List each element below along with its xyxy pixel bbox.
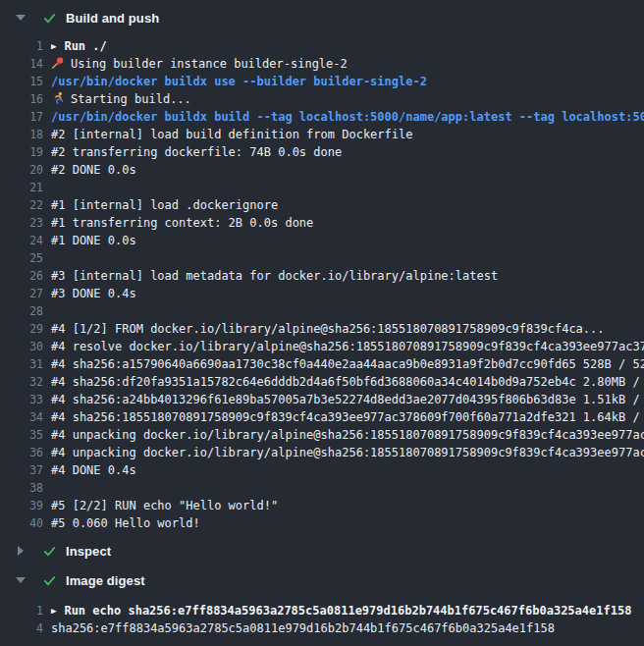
line-number[interactable]: 34 [0, 408, 43, 426]
log-line: 35#4 unpacking docker.io/library/alpine@… [0, 426, 644, 444]
chevron-right-icon [15, 546, 27, 556]
group-title: Inspect [66, 544, 111, 559]
log-line: 37#4 DONE 0.4s [0, 461, 644, 479]
log-line: 39#5 [2/2] RUN echo "Hello world!" [0, 497, 644, 514]
line-number[interactable]: 19 [0, 143, 43, 161]
line-number[interactable]: 1 [0, 602, 43, 619]
line-number[interactable]: 31 [0, 355, 43, 373]
check-icon [41, 572, 57, 588]
log-line: 15/usr/bin/docker buildx use --builder b… [0, 73, 644, 90]
log-line: 16Starting build... [0, 90, 644, 108]
group-title: Image digest [66, 573, 145, 588]
check-icon [41, 10, 57, 26]
log-line: 24#1 DONE 0.0s [0, 232, 644, 249]
log-line: 4sha256:e7ff8834a5963a2785c5a0811e979d16… [0, 619, 644, 637]
line-number[interactable]: 29 [0, 320, 43, 338]
line-number[interactable]: 26 [0, 267, 43, 285]
group-header-inspect[interactable]: Inspect [0, 539, 644, 563]
check-icon [41, 543, 57, 559]
log-text: #4 sha256:185518070891758909c9f839cf4ca3… [51, 408, 644, 426]
log-group-image-digest: Image digest 1▶Run echo sha256:e7ff8834a… [0, 568, 644, 646]
log-line: 14Using builder instance builder-single-… [0, 55, 644, 73]
line-number[interactable]: 20 [0, 161, 43, 179]
line-number[interactable]: 27 [0, 285, 43, 302]
run-caret-icon[interactable]: ▶ [51, 37, 56, 55]
line-number[interactable]: 32 [0, 373, 43, 391]
log-text: #5 0.060 Hello world! [51, 514, 200, 532]
log-line: 1▶Run ./ [0, 37, 644, 55]
log-line: 26#3 [internal] load metadata for docker… [0, 267, 644, 285]
log-text: #3 DONE 0.4s [51, 285, 136, 302]
line-number[interactable]: 15 [0, 73, 43, 90]
line-number[interactable]: 38 [0, 479, 43, 497]
log-text: #4 sha256:df20fa9351a15782c64e6dddb2d4a6… [51, 373, 644, 391]
log-text: ▶Run ./ [51, 37, 107, 55]
log-text: #4 unpacking docker.io/library/alpine@sh… [51, 426, 644, 444]
log-text: #5 [2/2] RUN echo "Hello world!" [51, 497, 278, 514]
log-text: #4 unpacking docker.io/library/alpine@sh… [51, 444, 644, 461]
line-number[interactable]: 30 [0, 338, 43, 355]
log-group-build-and-push: Build and push 1▶Run ./14Using builder i… [0, 6, 644, 539]
log-group-inspect: Inspect [0, 539, 644, 563]
log-text: #1 DONE 0.0s [51, 232, 136, 249]
log-line: 27#3 DONE 0.4s [0, 285, 644, 302]
chevron-down-icon [15, 577, 27, 583]
group-header-image-digest[interactable]: Image digest [0, 568, 644, 592]
line-number[interactable]: 16 [0, 90, 43, 108]
line-number[interactable]: 35 [0, 426, 43, 444]
line-number[interactable]: 18 [0, 126, 43, 143]
log-line: 19#2 transferring dockerfile: 74B 0.0s d… [0, 143, 644, 161]
line-number[interactable]: 25 [0, 249, 43, 267]
log-text: #2 transferring dockerfile: 74B 0.0s don… [51, 143, 342, 161]
line-number[interactable]: 33 [0, 391, 43, 408]
run-caret-icon[interactable]: ▶ [51, 602, 56, 619]
log-line: 38 [0, 479, 644, 497]
log-line: 29#4 [1/2] FROM docker.io/library/alpine… [0, 320, 644, 338]
log-line: 36#4 unpacking docker.io/library/alpine@… [0, 444, 644, 461]
log-line: 20#2 DONE 0.0s [0, 161, 644, 179]
log-line: 25 [0, 249, 644, 267]
workflow-log-viewer[interactable]: Build and push 1▶Run ./14Using builder i… [0, 0, 644, 646]
log-line: 23#1 transferring context: 2B 0.0s done [0, 214, 644, 232]
log-text: #1 transferring context: 2B 0.0s done [51, 214, 313, 232]
log-line: 22#1 [internal] load .dockerignore [0, 196, 644, 214]
log-text: /usr/bin/docker buildx use --builder bui… [51, 73, 427, 90]
log-text: #2 DONE 0.0s [51, 161, 136, 179]
line-number[interactable]: 23 [0, 214, 43, 232]
line-number[interactable]: 4 [0, 619, 43, 637]
log-rows: 1▶Run echo sha256:e7ff8834a5963a2785c5a0… [0, 592, 644, 646]
log-line: 31#4 sha256:a15790640a6690aa1730c38cf0a4… [0, 355, 644, 373]
log-text: Using builder instance builder-single-2 [51, 55, 348, 73]
line-number[interactable]: 39 [0, 497, 43, 514]
group-title: Build and push [66, 11, 159, 26]
log-line: 28 [0, 302, 644, 320]
log-text: #3 [internal] load metadata for docker.i… [51, 267, 498, 285]
log-line: 30#4 resolve docker.io/library/alpine@sh… [0, 338, 644, 355]
group-header-build-and-push[interactable]: Build and push [0, 6, 644, 29]
line-number[interactable]: 1 [0, 37, 43, 55]
line-number[interactable]: 28 [0, 302, 43, 320]
line-number[interactable]: 14 [0, 55, 43, 73]
runner-icon [51, 92, 71, 106]
log-line: 17/usr/bin/docker buildx build --tag loc… [0, 108, 644, 126]
pin-icon [51, 57, 71, 71]
log-line: 40#5 0.060 Hello world! [0, 514, 644, 532]
log-text: #4 resolve docker.io/library/alpine@sha2… [51, 338, 644, 355]
line-number[interactable]: 40 [0, 514, 43, 532]
line-number[interactable]: 22 [0, 196, 43, 214]
line-number[interactable]: 37 [0, 461, 43, 479]
log-line: 18#2 [internal] load build definition fr… [0, 126, 644, 143]
log-line: 1▶Run echo sha256:e7ff8834a5963a2785c5a0… [0, 602, 644, 619]
log-text: /usr/bin/docker buildx build --tag local… [51, 108, 644, 126]
log-line: 32#4 sha256:df20fa9351a15782c64e6dddb2d4… [0, 373, 644, 391]
log-text: ▶Run echo sha256:e7ff8834a5963a2785c5a08… [51, 602, 631, 619]
log-text: #2 [internal] load build definition from… [51, 126, 412, 143]
log-text: #4 sha256:a15790640a6690aa1730c38cf0a440… [51, 355, 644, 373]
log-text: sha256:e7ff8834a5963a2785c5a0811e979d16b… [51, 619, 555, 637]
log-line: 34#4 sha256:185518070891758909c9f839cf4c… [0, 408, 644, 426]
line-number[interactable]: 36 [0, 444, 43, 461]
line-number[interactable]: 24 [0, 232, 43, 249]
log-line: 21 [0, 179, 644, 196]
line-number[interactable]: 21 [0, 179, 43, 196]
line-number[interactable]: 17 [0, 108, 43, 126]
